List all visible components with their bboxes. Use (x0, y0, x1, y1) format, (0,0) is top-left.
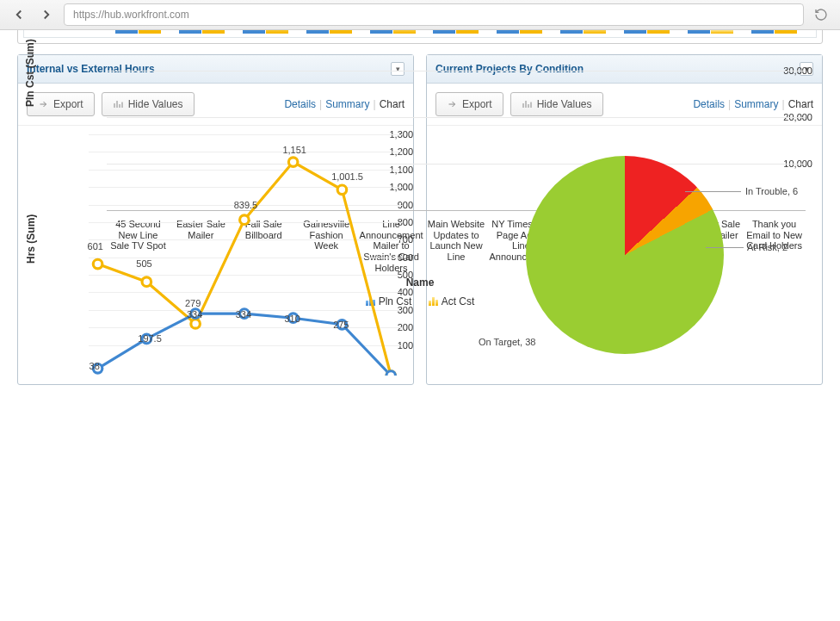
y-axis-label: Hrs (Sum) (25, 214, 37, 264)
view-tabs: Details | Summary | Chart (693, 98, 813, 110)
tab-details[interactable]: Details (693, 98, 725, 110)
projects-by-condition-panel: Current Projects By Condition ▾ Export H… (426, 54, 823, 385)
cost-chart-panel: Pln Cst (Sum) 10,00020,00030,000 21,7301… (17, 30, 823, 44)
tab-summary[interactable]: Summary (734, 98, 778, 110)
hide-values-button[interactable]: Hide Values (102, 92, 195, 116)
panel-title: Current Projects By Condition (435, 63, 584, 75)
refresh-button[interactable] (811, 4, 831, 25)
svg-point-5 (337, 185, 347, 195)
internal-vs-external-panel: Internal vs External Hours ▾ Export Hide… (17, 54, 414, 385)
svg-point-3 (240, 215, 250, 225)
panel-menu-icon[interactable]: ▾ (391, 62, 405, 76)
tab-details[interactable]: Details (284, 98, 316, 110)
view-tabs: Details | Summary | Chart (284, 98, 405, 110)
export-button[interactable]: Export (435, 92, 503, 116)
svg-point-2 (191, 320, 201, 329)
hide-values-button[interactable]: Hide Values (510, 92, 603, 116)
svg-point-1 (142, 277, 151, 287)
export-button[interactable]: Export (27, 92, 95, 116)
tab-summary[interactable]: Summary (325, 98, 369, 110)
panel-title: Internal vs External Hours (27, 63, 155, 75)
svg-point-4 (288, 158, 298, 167)
hours-line-chart: Hrs (Sum) 1002003004005006007008009001,0… (18, 126, 413, 384)
svg-point-13 (386, 371, 396, 376)
tab-chart[interactable]: Chart (380, 98, 405, 110)
back-button[interactable] (9, 4, 29, 25)
url-text: https://hub.workfront.com (73, 9, 189, 21)
svg-point-0 (93, 259, 102, 269)
forward-button[interactable] (36, 4, 57, 25)
tab-chart[interactable]: Chart (788, 98, 813, 110)
browser-toolbar: https://hub.workfront.com (0, 0, 840, 30)
y-axis-label: Pln Cst (Sum) (24, 39, 36, 107)
url-bar[interactable]: https://hub.workfront.com (64, 3, 804, 26)
condition-pie-chart: In Trouble, 6At Risk, 2On Target, 38 (427, 126, 822, 384)
